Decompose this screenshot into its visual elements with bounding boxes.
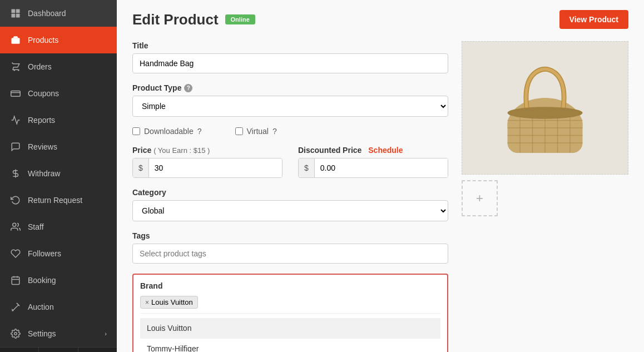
sidebar-item-label: Products — [28, 36, 58, 44]
tags-field-group: Tags — [132, 231, 448, 264]
virtual-checkbox[interactable] — [235, 127, 243, 135]
svg-rect-0 — [12, 9, 16, 13]
page-title: Edit Product — [132, 11, 219, 28]
sidebar-item-products[interactable]: Products — [0, 27, 117, 53]
downloadable-checkbox[interactable] — [132, 127, 140, 135]
category-select[interactable]: Global — [132, 200, 448, 221]
schedule-link[interactable]: Schedule — [368, 146, 403, 155]
price-input-wrap: $ — [132, 158, 283, 178]
price-label: Price ( You Earn : $15 ) — [132, 146, 283, 155]
svg-rect-4 — [11, 91, 21, 97]
category-label: Category — [132, 188, 448, 197]
products-icon — [10, 34, 21, 46]
sidebar-item-staff[interactable]: Staff — [0, 214, 117, 240]
sidebar-item-label: Reviews — [28, 142, 57, 151]
online-badge: Online — [225, 14, 255, 24]
tags-label: Tags — [132, 231, 448, 240]
downloadable-help-icon[interactable]: ? — [197, 127, 202, 136]
brand-tag: × Louis Vuitton — [140, 296, 198, 309]
product-type-label: Product Type ? — [132, 83, 448, 92]
sidebar-item-followers[interactable]: Followers — [0, 240, 117, 267]
reports-icon — [10, 115, 21, 126]
price-row: Price ( You Earn : $15 ) $ Discounted Pr… — [132, 146, 448, 178]
title-label: Title — [132, 41, 448, 50]
add-image-icon: + — [476, 191, 483, 206]
sidebar-item-auction[interactable]: Auction — [0, 294, 117, 320]
sidebar-item-reviews[interactable]: Reviews — [0, 133, 117, 160]
followers-icon — [10, 248, 21, 259]
withdraw-icon — [10, 168, 21, 179]
sidebar-item-settings[interactable]: Settings › — [0, 320, 117, 347]
dashboard-icon — [10, 8, 21, 19]
return-icon — [10, 195, 21, 206]
title-input[interactable] — [132, 53, 448, 73]
virtual-checkbox-label[interactable]: Virtual ? — [235, 127, 277, 136]
sidebar-bottom-nav — [0, 347, 117, 352]
virtual-help-icon[interactable]: ? — [273, 127, 277, 136]
svg-point-26 — [508, 107, 583, 119]
product-type-select[interactable]: Simple — [132, 96, 448, 117]
page-title-group: Edit Product Online — [132, 11, 255, 28]
booking-icon — [10, 275, 21, 286]
product-image-main[interactable] — [462, 41, 628, 175]
discounted-price-input[interactable] — [315, 158, 448, 177]
brand-tag-remove[interactable]: × — [145, 299, 149, 306]
svg-point-11 — [14, 333, 17, 335]
sidebar-item-booking[interactable]: Booking — [0, 267, 117, 294]
downloadable-checkbox-label[interactable]: Downloadable ? — [132, 127, 202, 136]
discounted-price-col: Discounted Price Schedule $ — [298, 146, 448, 178]
price-earn-note: ( You Earn : $15 ) — [153, 146, 210, 155]
brand-dropdown-item-louis[interactable]: Louis Vuitton — [140, 318, 440, 339]
sidebar-item-orders[interactable]: Orders — [0, 53, 117, 80]
brand-tag-label: Louis Vuitton — [151, 298, 193, 306]
discounted-price-label: Discounted Price Schedule — [298, 146, 448, 155]
sidebar-item-label: Withdraw — [28, 169, 60, 178]
discounted-price-input-wrap: $ — [298, 158, 448, 178]
svg-point-6 — [13, 223, 16, 226]
staff-icon — [10, 221, 21, 232]
reviews-icon — [10, 141, 21, 152]
sidebar-item-coupons[interactable]: Coupons — [0, 80, 117, 107]
brand-dropdown-item-tommy[interactable]: Tommy-Hilfiger — [140, 339, 440, 352]
sidebar-item-withdraw[interactable]: Withdraw — [0, 160, 117, 187]
settings-arrow-icon: › — [105, 330, 107, 337]
price-input[interactable] — [149, 158, 282, 177]
sidebar-item-label: Orders — [28, 62, 52, 71]
content-body: Title Product Type ? Simple Downloadable… — [132, 41, 628, 352]
settings-icon — [10, 328, 21, 339]
orders-icon — [10, 61, 21, 72]
product-type-help-icon[interactable]: ? — [184, 84, 192, 92]
virtual-label: Virtual — [247, 127, 269, 136]
sidebar: Dashboard Products Orders Coupons Report… — [0, 0, 117, 352]
sidebar-item-label: Return Request — [28, 196, 82, 205]
brand-tags-row: × Louis Vuitton — [140, 296, 440, 314]
external-link-button[interactable] — [0, 348, 39, 352]
page-header: Edit Product Online View Product — [132, 10, 628, 29]
image-section: + — [462, 41, 628, 352]
discounted-price-currency: $ — [299, 158, 315, 177]
add-image-button[interactable]: + — [462, 180, 498, 216]
price-col: Price ( You Earn : $15 ) $ — [132, 146, 283, 178]
main-content: Edit Product Online View Product Title P… — [117, 0, 644, 352]
tags-input[interactable] — [132, 244, 448, 264]
brand-label: Brand — [140, 281, 440, 290]
category-field-group: Category Global — [132, 188, 448, 221]
sidebar-item-return-request[interactable]: Return Request — [0, 187, 117, 214]
form-section: Title Product Type ? Simple Downloadable… — [132, 41, 448, 352]
user-button[interactable] — [39, 348, 78, 352]
sidebar-item-label: Followers — [28, 249, 61, 258]
checkboxes-row: Downloadable ? Virtual ? — [132, 127, 448, 136]
sidebar-item-label: Auction — [28, 303, 54, 311]
brand-box: Brand × Louis Vuitton Louis Vuitton Tomm… — [132, 274, 448, 352]
power-button[interactable] — [78, 348, 117, 352]
svg-rect-7 — [12, 277, 19, 285]
downloadable-label: Downloadable — [144, 127, 194, 136]
sidebar-item-reports[interactable]: Reports — [0, 107, 117, 133]
sidebar-item-label: Coupons — [28, 89, 59, 98]
auction-icon — [10, 301, 21, 313]
sidebar-item-dashboard[interactable]: Dashboard — [0, 0, 117, 27]
product-image-svg — [495, 52, 595, 163]
sidebar-item-label: Dashboard — [28, 9, 66, 18]
title-field-group: Title — [132, 41, 448, 73]
view-product-button[interactable]: View Product — [559, 10, 628, 29]
